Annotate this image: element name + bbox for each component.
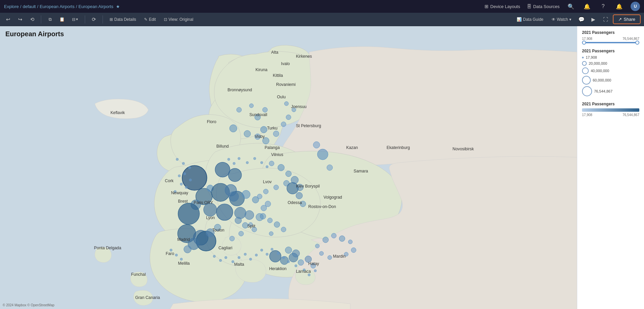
svg-text:Ekaterinburg: Ekaterinburg (387, 145, 410, 150)
top-nav-right: ⊞ Device Layouts 🗄 Data Sources 🔍 🔔 ? 🔔 … (485, 2, 640, 11)
data-sources-button[interactable]: 🗄 Data Sources (527, 4, 560, 9)
svg-point-31 (285, 247, 292, 254)
legend-label-4: 60,000,000 (593, 78, 611, 82)
svg-text:Newquay: Newquay (171, 191, 188, 195)
slider-handle-right[interactable] (635, 41, 639, 45)
paste-button[interactable]: 📋 (57, 15, 67, 24)
slider-handle-left[interactable] (582, 41, 586, 45)
watch-icon: 👁 (552, 17, 556, 22)
main-content: European Airports (0, 26, 644, 309)
legend-item-1: 17,908 (582, 55, 639, 59)
svg-text:St Petersburg: St Petersburg (296, 123, 321, 128)
comment-button[interactable]: 💬 (577, 15, 586, 24)
view-original-button[interactable]: ⊡ View: Original (161, 16, 196, 23)
svg-text:Funchal: Funchal (131, 272, 146, 277)
svg-point-91 (183, 172, 186, 175)
svg-text:Ivalo: Ivalo (281, 61, 290, 66)
svg-point-98 (233, 162, 235, 165)
breadcrumb-airports-link[interactable]: European Airports (40, 4, 74, 9)
copy-button[interactable]: ⧉ (45, 15, 55, 24)
edit-button[interactable]: ✎ Edit (141, 16, 158, 23)
svg-point-75 (274, 222, 280, 227)
svg-point-47 (284, 102, 288, 106)
watch-button[interactable]: 👁 Watch ▾ (549, 16, 574, 23)
refresh-button[interactable]: ⟳ (89, 15, 99, 24)
undo-button[interactable]: ↩ (3, 15, 13, 24)
separator-1 (41, 15, 41, 23)
svg-point-40 (244, 131, 251, 137)
legend-circle-5 (582, 86, 592, 96)
svg-point-67 (235, 217, 242, 224)
gradient-labels: 17,908 76,544,867 (582, 113, 639, 117)
svg-point-81 (348, 240, 352, 244)
svg-point-56 (278, 164, 284, 171)
data-details-button[interactable]: ⊞ Data Details (107, 16, 139, 23)
svg-text:Floro: Floro (207, 119, 216, 124)
legend-circle-4 (582, 76, 591, 85)
svg-text:Lvov: Lvov (263, 179, 272, 184)
slider-max-label: 76,544,867 (623, 37, 639, 41)
svg-text:Joensuu: Joensuu (291, 104, 307, 109)
svg-point-28 (269, 251, 281, 262)
user-avatar[interactable]: U (631, 2, 640, 11)
legend-circle-2 (582, 61, 587, 66)
svg-point-100 (246, 161, 248, 164)
svg-point-102 (260, 161, 263, 164)
svg-point-90 (188, 166, 191, 169)
slider-fill (582, 42, 639, 43)
share-button[interactable]: ↗ Share (613, 14, 641, 24)
svg-text:Novosibirsk: Novosibirsk (453, 147, 474, 151)
format-icon: ⊟ (72, 17, 75, 22)
size-slider-title: 2021 Passengers (582, 30, 639, 35)
svg-text:Cork: Cork (165, 178, 174, 183)
device-layouts-icon: ⊞ (485, 4, 489, 9)
svg-point-27 (184, 246, 191, 253)
favorite-star-icon[interactable]: ★ (116, 4, 120, 9)
svg-point-104 (170, 249, 172, 251)
slider-min-label: 17,908 (582, 37, 592, 41)
data-guide-button[interactable]: 📊 Data Guide (514, 16, 546, 23)
device-layouts-button[interactable]: ⊞ Device Layouts (485, 4, 520, 9)
svg-text:Ponta Delgada: Ponta Delgada (94, 246, 121, 250)
slider-labels: 17,908 76,544,867 (582, 37, 639, 41)
map-svg: Alta Kirkenes Kiruna Ivalo Kittila Rovan… (0, 26, 577, 309)
search-button[interactable]: 🔍 (566, 2, 576, 11)
svg-text:Kiruna: Kiruna (256, 67, 268, 72)
fullscreen-button[interactable]: ⛶ (601, 15, 610, 24)
separator-3 (103, 15, 103, 23)
legend-label-5: 76,544,867 (594, 89, 613, 93)
svg-point-32 (292, 250, 300, 257)
history-button[interactable]: ⟲ (27, 15, 37, 24)
svg-point-10 (178, 203, 199, 224)
svg-text:Palanga: Palanga (265, 145, 280, 150)
color-legend-section: 2021 Passengers 17,908 76,544,867 (582, 102, 639, 117)
explore-link[interactable]: Explore (4, 4, 19, 9)
svg-point-119 (282, 256, 285, 259)
format-dropdown[interactable]: ⊟ ▾ (69, 16, 81, 23)
svg-text:Rostov-on-Don: Rostov-on-Don (308, 204, 336, 209)
top-navigation: Explore / default / European Airports / … (0, 0, 644, 13)
svg-text:Odessa: Odessa (288, 200, 302, 205)
svg-point-123 (308, 274, 310, 276)
default-link[interactable]: default (23, 4, 36, 9)
help-button[interactable]: ? (598, 2, 608, 11)
present-button[interactable]: ▶ (589, 15, 598, 24)
alerts-button[interactable]: 🔔 (615, 2, 624, 11)
legend-item-3: 40,000,000 (582, 67, 639, 74)
svg-point-79 (331, 233, 336, 238)
map-area[interactable]: European Airports (0, 26, 577, 309)
svg-text:Heraklion: Heraklion (269, 266, 286, 271)
svg-text:Faro: Faro (166, 251, 174, 256)
svg-text:Melilla: Melilla (178, 261, 190, 266)
size-slider[interactable] (582, 42, 639, 43)
svg-text:Kirkenes: Kirkenes (296, 54, 312, 59)
svg-point-39 (230, 125, 237, 132)
svg-point-109 (224, 256, 227, 259)
svg-text:Mardin: Mardin (333, 254, 346, 259)
legend-circle-3 (582, 67, 589, 74)
legend-item-5: 76,544,867 (582, 86, 639, 96)
svg-point-80 (339, 236, 345, 241)
notifications-button[interactable]: 🔔 (582, 2, 592, 11)
redo-button[interactable]: ↪ (15, 15, 25, 24)
toolbar: ↩ ↪ ⟲ ⧉ 📋 ⊟ ▾ ⟳ ⊞ Data Details ✎ Edit ⊡ … (0, 13, 644, 26)
